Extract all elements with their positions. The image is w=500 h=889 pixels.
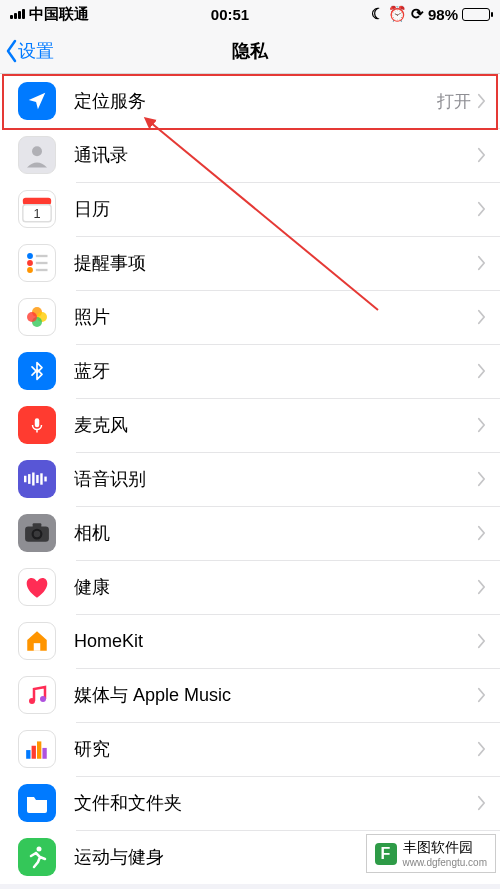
privacy-list: 定位服务 打开 通讯录 1 日历 提醒事项 照片 蓝牙 麦克风 语音识别 bbox=[0, 74, 500, 884]
lock-icon: ⟳ bbox=[411, 5, 424, 23]
row-label: 文件和文件夹 bbox=[74, 791, 477, 815]
photos-icon bbox=[18, 298, 56, 336]
svg-point-23 bbox=[34, 531, 41, 538]
row-label: 照片 bbox=[74, 305, 477, 329]
svg-rect-29 bbox=[32, 746, 36, 759]
homekit-icon bbox=[18, 622, 56, 660]
svg-point-13 bbox=[27, 312, 37, 322]
contacts-icon bbox=[18, 136, 56, 174]
svg-rect-30 bbox=[37, 741, 41, 758]
battery-pct: 98% bbox=[428, 6, 458, 23]
back-label: 设置 bbox=[18, 39, 54, 63]
svg-point-4 bbox=[27, 253, 33, 259]
row-label: 研究 bbox=[74, 737, 477, 761]
battery-icon bbox=[462, 8, 490, 21]
row-photos[interactable]: 照片 bbox=[0, 290, 500, 344]
moon-icon: ☾ bbox=[371, 5, 384, 23]
status-right: ☾ ⏰ ⟳ 98% bbox=[371, 5, 490, 23]
svg-rect-8 bbox=[36, 262, 48, 264]
svg-rect-7 bbox=[36, 255, 48, 257]
chevron-right-icon bbox=[477, 147, 486, 163]
watermark-url: www.dgfengtu.com bbox=[403, 857, 488, 868]
svg-rect-9 bbox=[36, 269, 48, 271]
svg-point-0 bbox=[32, 146, 42, 156]
watermark: F 丰图软件园 www.dgfengtu.com bbox=[366, 834, 497, 873]
svg-point-32 bbox=[37, 847, 42, 852]
carrier-label: 中国联通 bbox=[29, 5, 89, 24]
row-reminders[interactable]: 提醒事项 bbox=[0, 236, 500, 290]
row-location[interactable]: 定位服务 打开 bbox=[0, 74, 500, 128]
row-label: 相机 bbox=[74, 521, 477, 545]
svg-point-5 bbox=[27, 260, 33, 266]
svg-rect-28 bbox=[26, 750, 30, 759]
page-title: 隐私 bbox=[232, 39, 268, 63]
speech-icon bbox=[18, 460, 56, 498]
row-label: 通讯录 bbox=[74, 143, 477, 167]
row-label: 麦克风 bbox=[74, 413, 477, 437]
row-contacts[interactable]: 通讯录 bbox=[0, 128, 500, 182]
chevron-right-icon bbox=[477, 525, 486, 541]
row-label: 日历 bbox=[74, 197, 477, 221]
svg-point-27 bbox=[40, 696, 46, 702]
row-files[interactable]: 文件和文件夹 bbox=[0, 776, 500, 830]
reminders-icon bbox=[18, 244, 56, 282]
svg-rect-18 bbox=[36, 475, 38, 483]
row-research[interactable]: 研究 bbox=[0, 722, 500, 776]
row-bluetooth[interactable]: 蓝牙 bbox=[0, 344, 500, 398]
row-label: 媒体与 Apple Music bbox=[74, 683, 477, 707]
nav-bar: 设置 隐私 bbox=[0, 28, 500, 74]
row-label: 定位服务 bbox=[74, 89, 437, 113]
svg-rect-14 bbox=[35, 418, 40, 427]
research-icon bbox=[18, 730, 56, 768]
row-speech[interactable]: 语音识别 bbox=[0, 452, 500, 506]
chevron-right-icon bbox=[477, 471, 486, 487]
svg-rect-16 bbox=[28, 474, 30, 484]
svg-point-26 bbox=[29, 698, 35, 704]
bluetooth-icon bbox=[18, 352, 56, 390]
row-status: 打开 bbox=[437, 90, 471, 113]
chevron-right-icon bbox=[477, 633, 486, 649]
row-camera[interactable]: 相机 bbox=[0, 506, 500, 560]
svg-rect-17 bbox=[32, 473, 34, 486]
mic-icon bbox=[18, 406, 56, 444]
files-icon bbox=[18, 784, 56, 822]
chevron-right-icon bbox=[477, 741, 486, 757]
row-label: HomeKit bbox=[74, 631, 477, 652]
row-label: 语音识别 bbox=[74, 467, 477, 491]
chevron-right-icon bbox=[477, 795, 486, 811]
row-music[interactable]: 媒体与 Apple Music bbox=[0, 668, 500, 722]
chevron-right-icon bbox=[477, 687, 486, 703]
row-health[interactable]: 健康 bbox=[0, 560, 500, 614]
chevron-right-icon bbox=[477, 201, 486, 217]
svg-rect-25 bbox=[34, 643, 41, 651]
chevron-right-icon bbox=[477, 309, 486, 325]
health-icon bbox=[18, 568, 56, 606]
music-icon bbox=[18, 676, 56, 714]
watermark-logo-icon: F bbox=[375, 843, 397, 865]
row-calendar[interactable]: 1 日历 bbox=[0, 182, 500, 236]
camera-icon bbox=[18, 514, 56, 552]
watermark-title: 丰图软件园 bbox=[403, 839, 488, 857]
alarm-icon: ⏰ bbox=[388, 5, 407, 23]
signal-icon bbox=[10, 9, 25, 19]
row-homekit[interactable]: HomeKit bbox=[0, 614, 500, 668]
svg-point-6 bbox=[27, 267, 33, 273]
location-icon bbox=[18, 82, 56, 120]
svg-rect-24 bbox=[33, 523, 42, 527]
chevron-right-icon bbox=[477, 579, 486, 595]
svg-rect-19 bbox=[40, 473, 42, 484]
row-mic[interactable]: 麦克风 bbox=[0, 398, 500, 452]
svg-text:1: 1 bbox=[33, 206, 40, 221]
row-label: 蓝牙 bbox=[74, 359, 477, 383]
footer-note: 应用程序请求访问你的数据时会被添加到以上类别 bbox=[0, 884, 500, 889]
chevron-right-icon bbox=[477, 363, 486, 379]
row-label: 提醒事项 bbox=[74, 251, 477, 275]
svg-rect-1 bbox=[23, 198, 51, 205]
svg-rect-20 bbox=[44, 477, 46, 482]
status-left: 中国联通 bbox=[10, 5, 89, 24]
chevron-right-icon bbox=[477, 93, 486, 109]
status-bar: 中国联通 00:51 ☾ ⏰ ⟳ 98% bbox=[0, 0, 500, 28]
chevron-right-icon bbox=[477, 417, 486, 433]
chevron-left-icon bbox=[4, 39, 18, 63]
back-button[interactable]: 设置 bbox=[4, 39, 54, 63]
